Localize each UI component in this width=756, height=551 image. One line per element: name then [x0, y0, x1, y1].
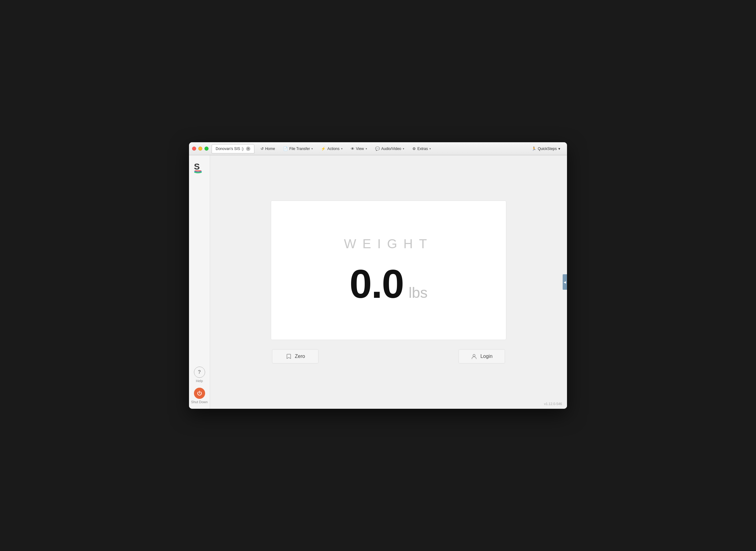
app-window: Donovan's SIS :) ✕ ↺ Home 📄 File Transfe… [189, 142, 567, 409]
home-icon: ↺ [260, 146, 264, 151]
file-transfer-nav-button[interactable]: 📄 File Transfer ▾ [279, 144, 317, 153]
sidebar: S ? Help [189, 155, 210, 409]
zero-label: Zero [295, 354, 305, 359]
help-button[interactable]: ? Help [194, 367, 205, 383]
quicksteps-button[interactable]: 🏃 QuickSteps ▾ [528, 145, 564, 152]
content-area: S ? Help [189, 155, 567, 409]
traffic-lights [192, 146, 208, 151]
login-button[interactable]: Login [459, 349, 505, 364]
close-button[interactable] [192, 146, 196, 151]
tab-label: Donovan's SIS :) [216, 146, 243, 151]
chat-icon: 💬 [375, 146, 380, 151]
login-label: Login [480, 354, 492, 359]
chevron-down-icon: ▾ [558, 146, 560, 151]
audio-video-nav-button[interactable]: 💬 Audio/Video ▾ [371, 144, 409, 153]
view-nav-button[interactable]: 👁 View ▾ [347, 144, 371, 153]
zero-button[interactable]: Zero [272, 349, 318, 364]
chevron-down-icon: ▾ [341, 147, 343, 150]
file-icon: 📄 [283, 146, 288, 151]
weight-title: WEIGHT [344, 236, 433, 251]
eye-icon: 👁 [351, 146, 354, 151]
chevron-down-icon: ▾ [403, 147, 404, 150]
weight-unit: lbs [409, 284, 428, 301]
minimize-button[interactable] [198, 146, 202, 151]
chevron-down-icon: ▾ [311, 147, 313, 150]
weight-display: 0.0 lbs [349, 264, 428, 304]
tab-close-button[interactable]: ✕ [246, 146, 250, 151]
home-nav-button[interactable]: ↺ Home [257, 144, 279, 153]
bookmark-icon [286, 353, 292, 360]
scroll-indicator[interactable]: ◀ [563, 274, 567, 290]
action-buttons: Zero Login [271, 349, 506, 364]
extras-nav-button[interactable]: ⚙ Extras ▾ [409, 144, 435, 153]
titlebar: Donovan's SIS :) ✕ ↺ Home 📄 File Transfe… [189, 142, 567, 155]
shutdown-button[interactable]: Shut Down [191, 388, 208, 404]
help-label: Help [196, 379, 203, 383]
help-icon: ? [194, 367, 205, 378]
svg-rect-1 [194, 170, 201, 171]
shutdown-label: Shut Down [191, 400, 208, 404]
weight-card: WEIGHT 0.0 lbs [271, 200, 506, 340]
maximize-button[interactable] [204, 146, 208, 151]
chevron-down-icon: ▾ [430, 147, 431, 150]
scroll-arrow-icon: ◀ [564, 281, 566, 284]
svg-text:S: S [194, 162, 200, 171]
app-logo: S [193, 160, 206, 174]
version-label: v1.12.0-546 [544, 402, 562, 406]
bolt-icon: ⚡ [321, 146, 325, 151]
weight-value: 0.0 [349, 264, 404, 304]
window-tab[interactable]: Donovan's SIS :) ✕ [212, 144, 254, 153]
chevron-down-icon: ▾ [365, 147, 367, 150]
gear-icon: ⚙ [413, 146, 416, 151]
svg-point-4 [473, 355, 475, 357]
nav-menu: ↺ Home 📄 File Transfer ▾ ⚡ Actions ▾ 👁 V… [257, 144, 435, 153]
power-icon [194, 388, 205, 399]
main-panel: WEIGHT 0.0 lbs Zero [210, 155, 567, 409]
actions-nav-button[interactable]: ⚡ Actions ▾ [317, 144, 346, 153]
person-icon [471, 353, 477, 360]
quicksteps-icon: 🏃 [532, 146, 536, 151]
